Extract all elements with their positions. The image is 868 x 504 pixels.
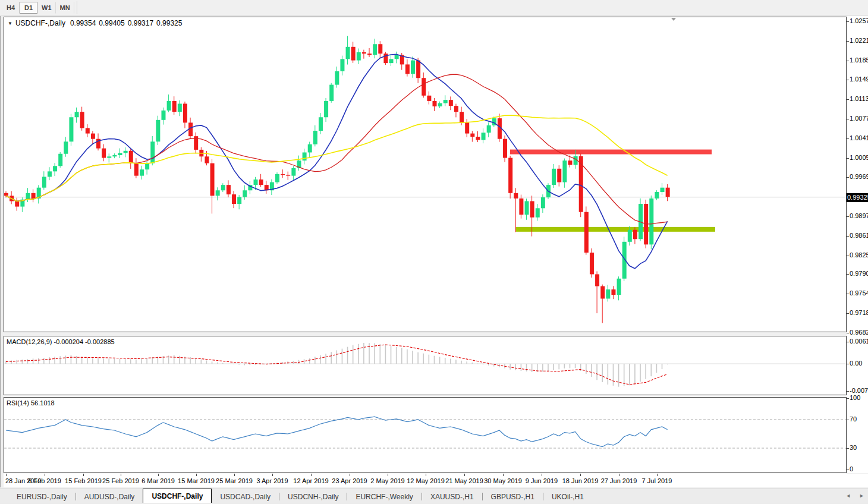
candle-body xyxy=(606,289,610,298)
tab-usdchf-daily[interactable]: USDCHF-,Daily xyxy=(143,489,212,503)
date-label: 9 Jun 2019 xyxy=(526,477,558,484)
date-tick xyxy=(6,474,7,476)
tab-scroll-left-icon[interactable]: ◄ xyxy=(845,493,851,499)
date-tick xyxy=(196,474,197,476)
price-tick-dash xyxy=(847,41,849,42)
rsi-tick-dash xyxy=(847,448,849,449)
tab-eurchf-weekly[interactable]: EURCHF-,Weekly xyxy=(347,490,421,503)
candle-body xyxy=(454,106,458,112)
candle-body xyxy=(661,188,665,192)
date-label: 25 Mar 2019 xyxy=(216,477,253,484)
candle-body xyxy=(649,199,653,244)
main-chart-panel[interactable]: ▼ USDCHF-,Daily 0.99354 0.99405 0.99317 … xyxy=(4,17,847,332)
chart-shift-marker-icon[interactable] xyxy=(671,18,676,21)
candlestick-chart[interactable] xyxy=(4,17,846,332)
price-tick-dash xyxy=(847,333,849,333)
date-tick xyxy=(83,474,84,476)
price-axis[interactable]: 1.025701.022101.018501.014901.011301.007… xyxy=(847,16,868,473)
mt4-terminal: H4D1W1MN ▼ USDCHF-,Daily 0.99354 0.99405… xyxy=(0,0,868,504)
candle-body xyxy=(80,112,84,128)
rsi-tick-dash xyxy=(847,420,849,420)
candle-body xyxy=(373,44,377,55)
macd-tick-dash xyxy=(847,342,849,342)
candle-body xyxy=(584,212,589,253)
tab-xauusd-h1[interactable]: XAUUSD-,H1 xyxy=(422,490,482,503)
date-tick xyxy=(580,474,581,476)
macd-label: MACD(12,26,9) xyxy=(7,338,52,345)
price-tick: 0.99690 xyxy=(850,173,868,180)
macd-panel[interactable]: MACD(12,26,9) -0.000204 -0.002885 xyxy=(4,336,847,395)
tab-scroll-right-icon[interactable]: ► xyxy=(859,493,864,499)
price-tick: 1.01850 xyxy=(850,56,868,64)
candle-body xyxy=(395,55,399,59)
rsi-header: RSI(14) 56.1018 xyxy=(7,399,55,407)
candle-body xyxy=(465,122,469,133)
date-label: 18 Jun 2019 xyxy=(562,477,599,484)
date-tick xyxy=(158,474,159,476)
macd-chart[interactable] xyxy=(4,336,846,395)
price-tick: 1.02210 xyxy=(850,37,868,44)
tab-ukoil-h1[interactable]: UKOil-,H1 xyxy=(543,490,592,503)
price-tick-dash xyxy=(847,99,849,100)
candle-body xyxy=(303,152,307,160)
candle-body xyxy=(308,144,312,153)
candle-body xyxy=(617,279,621,295)
price-tick-dash xyxy=(847,21,849,22)
symbol-dropdown-icon[interactable]: ▼ xyxy=(8,21,12,26)
candle-body xyxy=(291,168,295,176)
candle-body xyxy=(562,160,567,182)
candle-body xyxy=(134,163,139,176)
candle-body xyxy=(666,188,670,197)
date-label: 2 May 2019 xyxy=(370,477,404,484)
candle-body xyxy=(237,197,241,204)
candle-body xyxy=(438,103,442,106)
candle-body xyxy=(183,103,187,122)
period-buttons: H4D1W1MN xyxy=(2,2,74,14)
period-button-w1[interactable]: W1 xyxy=(37,2,56,14)
tab-gbpusd-h1[interactable]: GBPUSD-,H1 xyxy=(483,490,543,503)
candle-body xyxy=(655,192,659,199)
date-tick xyxy=(350,474,350,476)
date-tick xyxy=(542,474,542,476)
date-axis[interactable]: 28 Jan 20196 Feb 201915 Feb 201925 Feb 2… xyxy=(4,474,868,487)
candle-body xyxy=(58,154,62,166)
tab-audusd-daily[interactable]: AUDUSD-,Daily xyxy=(76,490,143,503)
candle-body xyxy=(145,163,149,169)
candle-body xyxy=(112,155,117,156)
candle-body xyxy=(362,52,366,53)
tab-eurusd-daily[interactable]: EURUSD-,Daily xyxy=(8,490,76,503)
candle-body xyxy=(53,166,57,171)
price-tick-dash xyxy=(847,216,849,217)
date-tick xyxy=(388,474,388,476)
support-line[interactable] xyxy=(515,227,715,232)
candle-body xyxy=(216,190,220,196)
candle-body xyxy=(340,59,344,71)
tab-usdcnh-daily[interactable]: USDCNH-,Daily xyxy=(279,490,347,503)
rsi-panel[interactable]: RSI(14) 56.1018 xyxy=(4,397,847,473)
candle-body xyxy=(600,286,605,299)
period-button-h4[interactable]: H4 xyxy=(2,2,20,14)
slow-ma-line xyxy=(6,115,668,201)
period-button-mn[interactable]: MN xyxy=(56,2,74,14)
candle-body xyxy=(324,101,328,117)
rsi-chart[interactable] xyxy=(4,398,846,472)
candle-body xyxy=(86,128,90,133)
candle-body xyxy=(124,151,128,153)
price-tick: 0.98610 xyxy=(850,232,868,239)
ohlc-low: 0.99317 xyxy=(128,19,153,27)
candle-body xyxy=(405,64,410,74)
candle-body xyxy=(107,156,111,158)
price-tick-dash xyxy=(847,236,849,237)
rsi-tick: 70 xyxy=(850,415,857,423)
resistance-line[interactable] xyxy=(510,150,712,155)
period-button-d1[interactable]: D1 xyxy=(20,2,37,14)
candle-body xyxy=(633,230,637,239)
candle-body xyxy=(389,59,394,63)
date-tick xyxy=(657,474,658,476)
price-tick: 0.98250 xyxy=(850,251,868,259)
candle-body xyxy=(221,185,225,190)
candle-body xyxy=(275,174,279,182)
tab-usdcad-daily[interactable]: USDCAD-,Daily xyxy=(212,490,279,503)
candle-body xyxy=(69,117,73,141)
date-label: 6 Mar 2019 xyxy=(141,477,175,484)
